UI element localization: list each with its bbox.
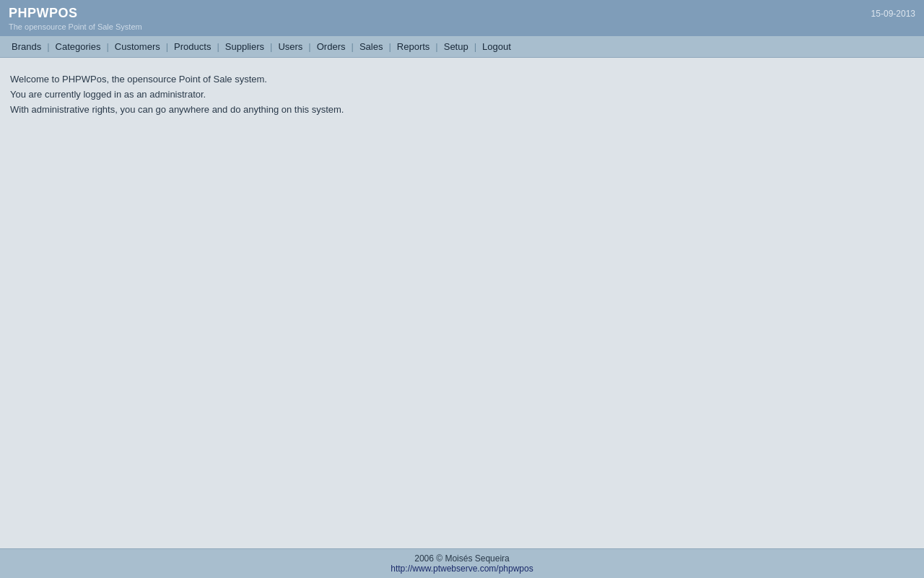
app-subtitle: The opensource Point of Sale System xyxy=(9,22,142,31)
nav-item-categories[interactable]: Categories xyxy=(50,39,107,54)
footer: 2006 © Moisés Sequeira http://www.ptwebs… xyxy=(0,548,924,578)
header: PHPWPOS The opensource Point of Sale Sys… xyxy=(0,0,924,36)
nav-item-orders[interactable]: Orders xyxy=(311,39,352,54)
nav-item-setup[interactable]: Setup xyxy=(438,39,474,54)
footer-copyright: 2006 © Moisés Sequeira xyxy=(4,553,920,564)
welcome-line1: Welcome to PHPWPos, the opensource Point… xyxy=(10,72,914,87)
main-content: Welcome to PHPWPos, the opensource Point… xyxy=(0,58,924,548)
nav-item-logout[interactable]: Logout xyxy=(476,39,517,54)
welcome-line2: You are currently logged in as an admini… xyxy=(10,87,914,103)
nav-item-suppliers[interactable]: Suppliers xyxy=(219,39,270,54)
nav-item-customers[interactable]: Customers xyxy=(109,39,166,54)
nav-item-users[interactable]: Users xyxy=(272,39,308,54)
nav-item-reports[interactable]: Reports xyxy=(391,39,436,54)
app-title: PHPWPOS xyxy=(9,6,142,21)
nav-item-sales[interactable]: Sales xyxy=(354,39,389,54)
welcome-text: Welcome to PHPWPos, the opensource Point… xyxy=(10,72,914,117)
navbar: Brands|Categories|Customers|Products|Sup… xyxy=(0,36,924,58)
nav-item-products[interactable]: Products xyxy=(168,39,217,54)
welcome-line3: With administrative rights, you can go a… xyxy=(10,103,914,118)
nav-item-brands[interactable]: Brands xyxy=(6,39,47,54)
header-date: 15-09-2013 xyxy=(871,9,915,19)
footer-link[interactable]: http://www.ptwebserve.com/phpwpos xyxy=(391,564,533,574)
header-left: PHPWPOS The opensource Point of Sale Sys… xyxy=(9,6,142,31)
